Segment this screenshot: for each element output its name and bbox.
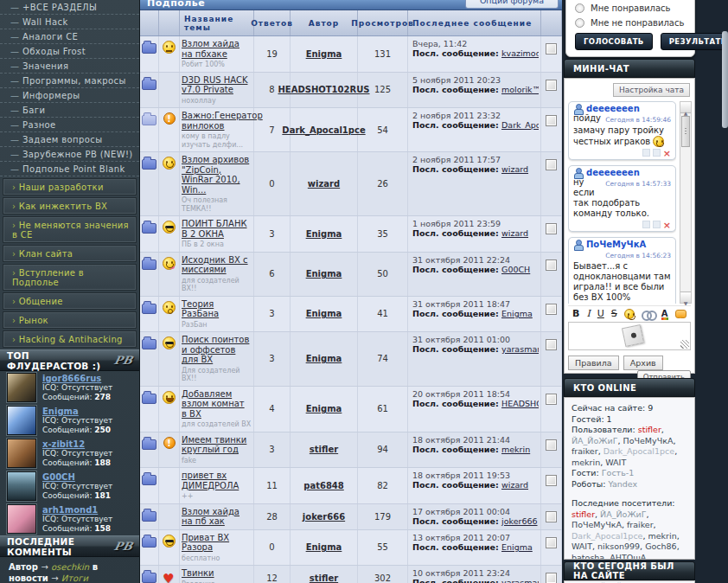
author-link[interactable]: Enigma — [306, 229, 342, 239]
topic-checkbox[interactable] — [546, 304, 557, 315]
font-color-button[interactable]: A — [661, 309, 668, 318]
topic-link[interactable]: D3D RUS HACK v7.0 Private — [182, 75, 252, 95]
topic-link[interactable]: Имеем твинки круглый год — [182, 435, 252, 455]
topic-link[interactable]: ПОИНТ БЛАНК В 2 ОКНА — [182, 219, 252, 239]
chat-input[interactable] — [568, 322, 691, 350]
author-link[interactable]: wizard — [308, 179, 340, 189]
author-link[interactable]: Enigma — [306, 404, 342, 413]
online-user-link[interactable]: batosha — [572, 553, 604, 561]
sidebar-section-item[interactable]: Подполье Point Blank — [0, 162, 139, 176]
insert-link-icon[interactable] — [642, 310, 655, 318]
online-user-link[interactable]: WAIT — [605, 458, 626, 467]
sidebar-forum-link[interactable]: Вступление в Подполье — [3, 264, 137, 291]
flooder-name-link[interactable]: Enigma — [42, 407, 112, 416]
author-link[interactable]: Enigma — [306, 354, 342, 363]
author-link[interactable]: joker666 — [303, 512, 345, 522]
avatar[interactable] — [7, 471, 36, 501]
topic-link[interactable]: Взлом архивов "ZipCoin, WinRar 2010, Win… — [182, 155, 252, 195]
last-post-user-link[interactable]: joker666 — [501, 516, 538, 526]
last-post-user-link[interactable]: yarasman — [501, 344, 539, 354]
delete-icon[interactable]: × — [663, 149, 671, 159]
last-post-user-link[interactable]: wizard — [501, 480, 528, 490]
online-user-link[interactable]: Dark_Apocal1pce — [572, 531, 642, 541]
author-link[interactable]: Enigma — [306, 269, 342, 279]
last-post-user-link[interactable]: Enigma — [501, 309, 533, 318]
column-author[interactable]: Автор — [291, 10, 358, 35]
last-post-user-link[interactable]: Dark_Apocal1pce — [501, 120, 539, 130]
sidebar-section-item[interactable]: Информеры — [0, 88, 139, 103]
online-user-link[interactable]: WAIT — [572, 541, 592, 551]
chat-archive-button[interactable]: Архив — [623, 356, 663, 370]
topic-checkbox[interactable] — [546, 439, 557, 451]
sidebar-forum-link[interactable]: Общение — [3, 292, 137, 310]
edit-icon[interactable] — [653, 149, 661, 157]
online-user-link[interactable]: mekrin — [648, 531, 677, 541]
topic-link[interactable]: Приват ВХ Разора — [182, 533, 252, 553]
online-user-link[interactable]: stifler — [572, 509, 595, 519]
smiley-picker-icon[interactable] — [624, 309, 635, 319]
scroll-up-icon[interactable] — [680, 102, 691, 113]
topic-checkbox[interactable] — [546, 339, 557, 350]
chat-scrollbar[interactable] — [680, 101, 692, 304]
resize-handle[interactable] — [680, 340, 689, 349]
avatar[interactable] — [7, 406, 36, 435]
quote-icon[interactable] — [642, 221, 650, 228]
radio-button[interactable] — [575, 3, 584, 13]
topic-checkbox[interactable] — [546, 80, 557, 91]
topic-checkbox[interactable] — [546, 115, 557, 126]
sidebar-forum-link[interactable]: Наши разработки — [3, 178, 137, 195]
online-user-link[interactable]: Dark_Apocal1pce — [603, 446, 674, 456]
sidebar-section-item[interactable]: Задаем вопросы — [0, 132, 139, 147]
author-link[interactable]: Enigma — [306, 542, 342, 552]
author-link[interactable]: Enigma — [306, 49, 342, 59]
sidebar-forum-link[interactable]: Клан сайта — [3, 245, 137, 262]
author-link[interactable]: Dark_Apocal1pce — [282, 125, 365, 135]
sidebar-section-item[interactable]: +ВСЕ РАЗДЕЛЫ — [0, 0, 139, 15]
online-user-link[interactable]: ПоЧеМуЧкА — [572, 520, 622, 529]
online-user-link[interactable]: fraiker — [627, 520, 654, 529]
last-post-user-link[interactable]: yarasman — [501, 578, 539, 583]
chat-settings-button[interactable]: Настройка чата — [613, 83, 690, 97]
topic-checkbox[interactable] — [546, 223, 557, 234]
topic-checkbox[interactable] — [546, 259, 557, 271]
topic-checkbox[interactable] — [546, 159, 557, 170]
italic-button[interactable]: I — [586, 308, 590, 320]
topic-link[interactable]: Важно:Генератор винлоков — [182, 111, 252, 131]
sidebar-section-item[interactable]: Программы, макросы — [0, 74, 139, 88]
chat-username-link[interactable]: ПоЧеМуЧкА — [586, 240, 646, 249]
online-user-link[interactable]: ПоЧеМуЧкА — [623, 436, 674, 445]
chat-username-link[interactable]: deeeeeeen — [586, 104, 640, 113]
topic-link[interactable]: Исходник ВХ с миссиями — [182, 255, 252, 275]
author-link[interactable]: pat6848 — [303, 481, 344, 490]
sidebar-forum-link[interactable]: Hacking & Antihacking — [3, 330, 137, 348]
sidebar-section-item[interactable]: Аналоги CE — [0, 29, 139, 44]
sidebar-section-item[interactable]: Баги — [0, 103, 139, 118]
sidebar-section-item[interactable]: Разное — [0, 118, 139, 132]
topic-checkbox[interactable] — [546, 394, 557, 405]
topic-link[interactable]: Теория РазБана — [182, 299, 252, 319]
topic-checkbox[interactable] — [546, 511, 557, 522]
topic-link[interactable]: привет вх ДИМЕДРОЛА — [182, 471, 252, 490]
topic-checkbox[interactable] — [546, 537, 557, 548]
sidebar-forum-link[interactable]: Рынок — [3, 311, 137, 329]
sidebar-section-item[interactable]: Зарубежное PB (NEW!) — [0, 147, 139, 162]
sidebar-section-item[interactable]: Обходы Frost — [0, 44, 139, 59]
author-link[interactable]: HEADSHOT102RUS — [278, 85, 369, 94]
last-post-user-link[interactable]: Enigma — [501, 542, 533, 552]
strikethrough-button[interactable]: S — [611, 308, 617, 320]
topic-checkbox[interactable] — [546, 43, 557, 54]
sidebar-section-item[interactable]: Wall Hack — [0, 15, 139, 29]
author-link[interactable]: Enigma — [306, 309, 342, 318]
flooder-name-link[interactable]: igor8666rus — [42, 374, 112, 383]
chat-bubble-icon[interactable] — [675, 310, 686, 318]
radio-button[interactable] — [575, 18, 584, 28]
topic-link[interactable]: Твинки — [182, 568, 252, 579]
flooder-name-link[interactable]: x-zibit12 — [42, 439, 112, 449]
avatar[interactable] — [7, 439, 36, 468]
online-user-link[interactable]: ЙА_ЙоЖиГ — [572, 436, 617, 445]
delete-icon[interactable]: × — [663, 221, 671, 231]
sidebar-forum-link[interactable]: Как инжектить ВХ — [3, 197, 137, 215]
column-last-post[interactable]: Последнее сообщение — [408, 10, 541, 35]
author-link[interactable]: stifler — [310, 445, 338, 454]
vote-button[interactable]: ГОЛОСОВАТЬ — [575, 33, 653, 50]
